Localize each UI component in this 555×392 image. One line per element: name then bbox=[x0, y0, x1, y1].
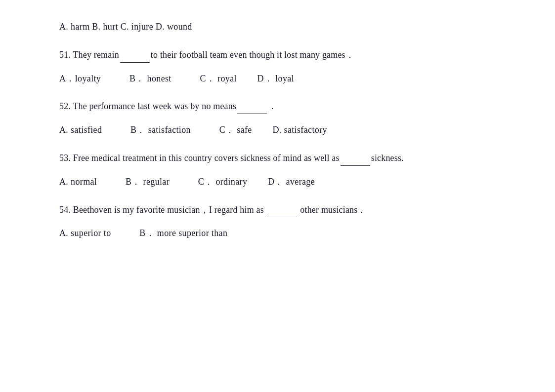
q53-options: A. normal B． regular C． ordinary D． aver… bbox=[59, 175, 496, 189]
q52-text-after: ． bbox=[268, 101, 277, 111]
q54-option-b: B． more superior than bbox=[139, 228, 227, 238]
q51-option-a: A．loyalty bbox=[59, 74, 101, 83]
q54-question-text: 54. Beethoven is my favorite musician，I … bbox=[59, 203, 496, 218]
q51-text-before: 51. They remain bbox=[59, 50, 119, 60]
q54-options: A. superior to B． more superior than bbox=[59, 226, 496, 240]
q54-blank bbox=[267, 203, 297, 218]
q52-option-c: C． safe bbox=[219, 125, 252, 135]
question-53: 53. Free medical treatment in this count… bbox=[59, 151, 496, 189]
question-54: 54. Beethoven is my favorite musician，I … bbox=[59, 203, 496, 241]
q53-blank bbox=[341, 151, 370, 166]
q52-blank bbox=[237, 99, 267, 114]
q53-option-c: C． ordinary bbox=[198, 177, 247, 187]
q54-option-a: A. superior to bbox=[59, 228, 111, 238]
q50-option-a: A. harm B. hurt C. injure D. wound bbox=[59, 22, 192, 32]
q52-question-text: 52. The performance last week was by no … bbox=[59, 99, 496, 114]
q51-blank bbox=[120, 48, 150, 63]
q51-question-text: 51. They remain to their football team e… bbox=[59, 48, 496, 63]
q54-text-before: 54. Beethoven is my favorite musician，I … bbox=[59, 205, 264, 215]
q50-options: A. harm B. hurt C. injure D. wound bbox=[59, 20, 496, 34]
q51-option-b: B． honest bbox=[129, 74, 171, 83]
q51-option-d: D． loyal bbox=[257, 74, 294, 83]
q53-text-before: 53. Free medical treatment in this count… bbox=[59, 153, 340, 163]
q53-option-d: D． average bbox=[268, 177, 315, 187]
q52-option-b: B． satisfaction bbox=[130, 125, 191, 135]
question-51: 51. They remain to their football team e… bbox=[59, 48, 496, 86]
question-50-options: A. harm B. hurt C. injure D. wound bbox=[59, 20, 496, 34]
q52-text-before: 52. The performance last week was by no … bbox=[59, 101, 236, 111]
q51-text-after: to their football team even though it lo… bbox=[151, 50, 354, 60]
q52-options: A. satisfied B． satisfaction C． safe D. … bbox=[59, 123, 496, 137]
q53-text-after: sickness. bbox=[371, 153, 404, 163]
q53-option-a: A. normal bbox=[59, 177, 97, 187]
q53-question-text: 53. Free medical treatment in this count… bbox=[59, 151, 496, 166]
q51-options: A．loyalty B． honest C． royal D． loyal bbox=[59, 72, 496, 86]
question-52: 52. The performance last week was by no … bbox=[59, 99, 496, 137]
q51-option-c: C． royal bbox=[200, 74, 236, 83]
q52-option-a: A. satisfied bbox=[59, 125, 102, 135]
q54-text-after: other musicians． bbox=[300, 205, 366, 215]
q52-option-d: D. satisfactory bbox=[272, 125, 327, 135]
q53-option-b: B． regular bbox=[126, 177, 170, 187]
